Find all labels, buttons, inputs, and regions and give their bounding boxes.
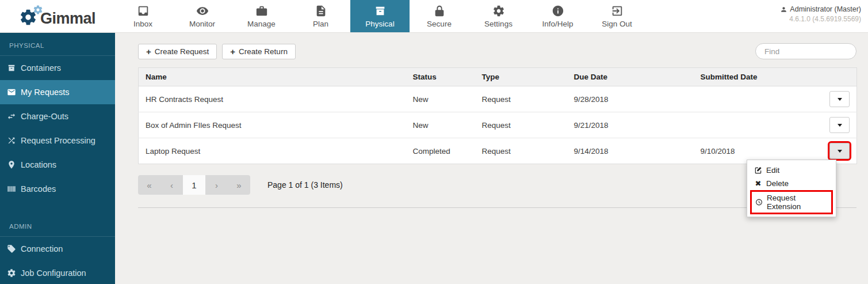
create-request-button[interactable]: + Create Request bbox=[138, 44, 217, 59]
toolbar: + Create Request + Create Return bbox=[138, 43, 856, 59]
nav-label: Manage bbox=[247, 20, 276, 28]
info-icon bbox=[552, 5, 564, 17]
nav-label: Plan bbox=[313, 20, 328, 28]
sidebar-item-charge-outs[interactable]: Charge-Outs bbox=[0, 104, 115, 128]
find-input[interactable] bbox=[755, 43, 856, 59]
cell-type: Request bbox=[475, 86, 567, 112]
sidebar-item-barcodes[interactable]: Barcodes bbox=[0, 177, 115, 201]
swap-arrows-icon bbox=[7, 112, 16, 121]
nav-label: Inbox bbox=[133, 20, 152, 28]
menu-item-delete[interactable]: ✖ Delete bbox=[747, 177, 836, 190]
menu-item-edit[interactable]: Edit bbox=[747, 164, 836, 177]
container-icon bbox=[7, 63, 16, 73]
nav-label: Settings bbox=[484, 20, 513, 28]
sign-out-icon bbox=[611, 5, 624, 17]
sidebar-item-locations[interactable]: Locations bbox=[0, 153, 115, 177]
document-icon bbox=[315, 5, 327, 17]
edit-icon bbox=[754, 166, 762, 175]
plus-icon: + bbox=[230, 47, 235, 56]
clock-icon bbox=[755, 198, 763, 206]
sidebar-item-my-requests[interactable]: My Requests bbox=[0, 80, 115, 104]
sidebar-item-label: Locations bbox=[21, 160, 56, 169]
plus-icon: + bbox=[146, 47, 151, 56]
inbox-icon bbox=[137, 5, 150, 17]
nav-item-inbox[interactable]: Inbox bbox=[113, 0, 173, 32]
nav-item-physical[interactable]: Physical bbox=[350, 0, 410, 32]
sidebar-item-label: Request Processing bbox=[21, 136, 95, 145]
eye-icon bbox=[196, 5, 209, 17]
first-page-button[interactable]: « bbox=[138, 175, 160, 195]
nav-label: Physical bbox=[365, 20, 394, 28]
table-header-row: Name Status Type Due Date Submitted Date bbox=[139, 68, 857, 86]
nav-item-secure[interactable]: Secure bbox=[410, 0, 469, 32]
sidebar-item-request-processing[interactable]: Request Processing bbox=[0, 128, 115, 153]
row-context-menu: Edit ✖ Delete Request Extension bbox=[747, 160, 836, 217]
sidebar-section-admin: ADMIN bbox=[0, 214, 115, 237]
sidebar: PHYSICAL Containers My Requests Charge-O… bbox=[0, 33, 115, 284]
column-header-due-date[interactable]: Due Date bbox=[567, 68, 694, 86]
top-bar: Gimmal Inbox Monitor Manage Plan Physica… bbox=[0, 0, 868, 33]
row-actions-dropdown-button[interactable] bbox=[829, 117, 850, 133]
user-name: Administrator (Master) bbox=[790, 5, 861, 13]
create-return-button[interactable]: + Create Return bbox=[222, 44, 296, 59]
cell-submitted-date bbox=[694, 86, 812, 112]
barcode-icon bbox=[7, 184, 16, 194]
user-block: Administrator (Master) 4.6.1.0 (4.5.6919… bbox=[780, 0, 868, 32]
column-header-status[interactable]: Status bbox=[406, 68, 475, 86]
tag-icon bbox=[7, 244, 16, 253]
table-row[interactable]: Box of Admin FIles Request New Request 9… bbox=[139, 112, 857, 138]
cell-type: Request bbox=[475, 138, 567, 164]
caret-down-icon bbox=[838, 98, 842, 101]
menu-item-label: Edit bbox=[766, 166, 779, 175]
app-version: 4.6.1.0 (4.5.6919.5569) bbox=[780, 15, 861, 23]
sidebar-item-label: Connection bbox=[21, 244, 63, 253]
briefcase-icon bbox=[255, 5, 268, 17]
nav-item-manage[interactable]: Manage bbox=[232, 0, 291, 32]
shuffle-icon bbox=[7, 136, 16, 145]
nav-label: Monitor bbox=[189, 20, 215, 28]
top-nav: Inbox Monitor Manage Plan Physical Secur… bbox=[113, 0, 647, 32]
sidebar-item-connection[interactable]: Connection bbox=[0, 237, 115, 261]
person-icon bbox=[780, 6, 787, 13]
gimmal-gears-icon bbox=[18, 3, 43, 29]
lock-icon bbox=[433, 5, 446, 17]
cell-status: Completed bbox=[406, 138, 475, 164]
sidebar-item-job-configuration[interactable]: Job Configuration bbox=[0, 261, 115, 284]
sidebar-item-label: My Requests bbox=[21, 88, 70, 97]
row-actions-dropdown-button[interactable] bbox=[829, 91, 850, 107]
sidebar-item-label: Barcodes bbox=[21, 184, 56, 194]
cell-status: New bbox=[406, 112, 475, 138]
nav-item-plan[interactable]: Plan bbox=[291, 0, 350, 32]
pager: « ‹ 1 › » bbox=[138, 175, 250, 195]
column-header-type[interactable]: Type bbox=[475, 68, 567, 86]
map-pin-icon bbox=[7, 160, 16, 169]
page-number-button[interactable]: 1 bbox=[183, 175, 205, 195]
page-summary: Page 1 of 1 (3 Items) bbox=[267, 180, 343, 190]
nav-item-monitor[interactable]: Monitor bbox=[173, 0, 232, 32]
nav-item-sign-out[interactable]: Sign Out bbox=[587, 0, 647, 32]
nav-label: Sign Out bbox=[602, 20, 632, 28]
cell-name: Laptop Request bbox=[139, 138, 406, 164]
nav-item-info-help[interactable]: Info/Help bbox=[528, 0, 587, 32]
cell-due-date: 9/21/2018 bbox=[567, 112, 694, 138]
sidebar-item-containers[interactable]: Containers bbox=[0, 56, 115, 80]
requests-table: Name Status Type Due Date Submitted Date… bbox=[138, 67, 857, 164]
gimmal-logo: Gimmal bbox=[0, 0, 113, 32]
nav-item-settings[interactable]: Settings bbox=[469, 0, 528, 32]
menu-item-label: Delete bbox=[766, 179, 789, 188]
cell-name: Box of Admin FIles Request bbox=[139, 112, 406, 138]
last-page-button[interactable]: » bbox=[228, 175, 250, 195]
box-icon bbox=[374, 5, 387, 17]
menu-item-request-extension[interactable]: Request Extension bbox=[750, 190, 833, 214]
previous-page-button[interactable]: ‹ bbox=[160, 175, 183, 195]
sidebar-item-label: Charge-Outs bbox=[21, 112, 68, 121]
row-actions-dropdown-button-highlighted[interactable] bbox=[829, 143, 850, 159]
sidebar-item-label: Job Configuration bbox=[21, 268, 86, 278]
column-header-actions bbox=[812, 68, 857, 86]
user-name-row[interactable]: Administrator (Master) bbox=[780, 5, 861, 13]
column-header-submitted-date[interactable]: Submitted Date bbox=[694, 68, 812, 86]
table-row[interactable]: HR Contracts Request New Request 9/28/20… bbox=[139, 86, 857, 112]
main-content: + Create Request + Create Return Name St… bbox=[115, 33, 868, 284]
next-page-button[interactable]: › bbox=[205, 175, 228, 195]
column-header-name[interactable]: Name bbox=[139, 68, 406, 86]
